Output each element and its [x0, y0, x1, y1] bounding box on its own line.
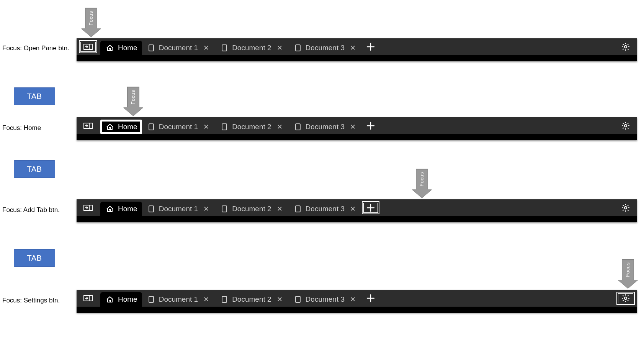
step-caption: Focus: Home — [0, 124, 73, 132]
focus-arrow-label: Focus — [625, 263, 631, 277]
document-icon — [294, 44, 302, 52]
tab-label: Document 3 — [306, 44, 345, 52]
tab-label: Document 3 — [306, 205, 345, 213]
add-tab-button[interactable] — [362, 292, 379, 305]
gear-icon — [621, 43, 630, 51]
tab-label: Home — [118, 295, 137, 304]
settings-button[interactable] — [616, 292, 635, 305]
tab-key-indicator: TAB — [14, 160, 55, 178]
tab-label: Document 1 — [159, 295, 198, 304]
tab-document[interactable]: Document 1 ✕ — [142, 41, 215, 55]
document-icon — [221, 123, 228, 131]
open-pane-button[interactable] — [79, 119, 97, 132]
settings-button[interactable] — [616, 119, 635, 132]
tab-document[interactable]: Document 1 ✕ — [142, 202, 215, 216]
gear-icon — [621, 122, 630, 130]
add-tab-button[interactable] — [362, 40, 379, 53]
close-icon[interactable]: ✕ — [348, 123, 357, 131]
focus-indicator-arrow: Focus — [81, 8, 101, 37]
open-pane-icon — [83, 43, 93, 51]
close-icon[interactable]: ✕ — [275, 123, 284, 131]
tab-label: Document 3 — [306, 123, 345, 131]
document-icon — [147, 44, 155, 52]
tab-key-indicator: TAB — [14, 87, 55, 105]
tab-label: Document 2 — [232, 44, 271, 52]
document-icon — [147, 205, 155, 213]
tab-label: Document 1 — [159, 44, 198, 52]
plus-icon — [366, 204, 375, 212]
plus-icon — [366, 294, 375, 302]
tab-document[interactable]: Document 3 ✕ — [289, 202, 362, 216]
plus-icon — [366, 122, 375, 130]
focus-arrow-label: Focus — [131, 90, 136, 105]
tab-document[interactable]: Document 2 ✕ — [215, 292, 288, 307]
tab-label: Document 2 — [232, 205, 271, 213]
focus-arrow-label: Focus — [88, 11, 94, 26]
settings-button[interactable] — [616, 40, 635, 53]
close-icon[interactable]: ✕ — [348, 205, 357, 213]
document-icon — [294, 205, 302, 213]
tab-document[interactable]: Document 2 ✕ — [215, 202, 288, 216]
step-caption: Focus: Open Pane btn. — [0, 44, 73, 52]
close-icon[interactable]: ✕ — [202, 295, 211, 304]
plus-icon — [366, 43, 375, 51]
tab-label: Document 1 — [159, 123, 198, 131]
tab-home[interactable]: Home — [100, 41, 142, 55]
open-pane-icon — [83, 204, 93, 212]
settings-button[interactable] — [616, 201, 635, 214]
tab-home[interactable]: Home — [100, 120, 142, 134]
focus-indicator-arrow: Focus — [618, 259, 638, 288]
open-pane-icon — [83, 294, 93, 302]
add-tab-button[interactable] — [362, 119, 379, 132]
close-icon[interactable]: ✕ — [275, 205, 284, 213]
tab-strip: Home Document 1 ✕ Document 2 ✕ Document … — [77, 290, 637, 313]
close-icon[interactable]: ✕ — [348, 44, 357, 52]
focus-indicator-arrow: Focus — [412, 169, 432, 198]
document-icon — [221, 205, 228, 213]
open-pane-button[interactable] — [79, 292, 97, 305]
close-icon[interactable]: ✕ — [275, 44, 284, 52]
tab-document[interactable]: Document 1 ✕ — [142, 120, 215, 134]
document-icon — [294, 296, 302, 303]
close-icon[interactable]: ✕ — [348, 295, 357, 304]
focus-arrow-label: Focus — [419, 172, 425, 187]
tab-key-indicator: TAB — [14, 249, 55, 267]
focus-indicator-arrow: Focus — [123, 87, 143, 116]
tab-document[interactable]: Document 3 ✕ — [289, 120, 362, 134]
document-icon — [221, 44, 228, 52]
open-pane-icon — [83, 122, 93, 130]
tab-document[interactable]: Document 2 ✕ — [215, 120, 288, 134]
tab-label: Home — [118, 123, 137, 131]
tab-document[interactable]: Document 2 ✕ — [215, 41, 288, 55]
tab-document[interactable]: Document 3 ✕ — [289, 41, 362, 55]
document-icon — [147, 296, 155, 303]
document-icon — [221, 296, 228, 303]
step-caption: Focus: Settings btn. — [0, 297, 73, 304]
close-icon[interactable]: ✕ — [202, 205, 211, 213]
add-tab-button[interactable] — [362, 201, 379, 214]
document-icon — [294, 123, 302, 131]
tab-home[interactable]: Home — [100, 202, 142, 216]
tab-label: Home — [118, 44, 137, 52]
tab-document[interactable]: Document 3 ✕ — [289, 292, 362, 307]
close-icon[interactable]: ✕ — [202, 44, 211, 52]
home-icon — [106, 44, 114, 52]
tab-label: Document 2 — [232, 123, 271, 131]
tab-strip: Home Document 1 ✕ Document 2 ✕ Document … — [77, 199, 637, 222]
open-pane-button[interactable] — [79, 201, 97, 214]
tab-label: Document 1 — [159, 205, 198, 213]
tab-label: Home — [118, 205, 137, 213]
close-icon[interactable]: ✕ — [202, 123, 211, 131]
tab-label: Document 2 — [232, 295, 271, 304]
open-pane-button[interactable] — [79, 40, 97, 53]
gear-icon — [621, 294, 630, 302]
tab-document[interactable]: Document 1 ✕ — [142, 292, 215, 307]
tab-home[interactable]: Home — [100, 292, 142, 307]
document-icon — [147, 123, 155, 131]
gear-icon — [621, 204, 630, 212]
tab-strip: Home Document 1 ✕ Document 2 ✕ Document … — [77, 38, 637, 61]
close-icon[interactable]: ✕ — [275, 295, 284, 304]
step-caption: Focus: Add Tab btn. — [0, 206, 73, 214]
home-icon — [106, 296, 114, 303]
home-icon — [106, 205, 114, 213]
